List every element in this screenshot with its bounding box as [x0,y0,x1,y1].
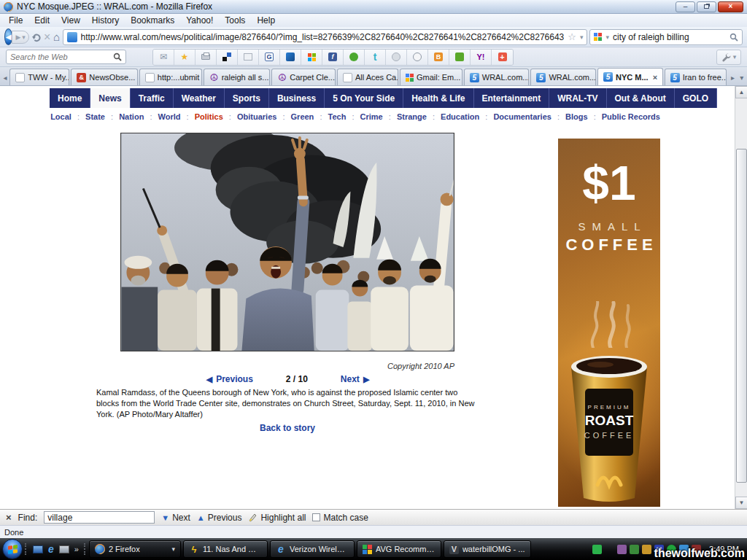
search-bar[interactable]: ▾ [589,29,743,45]
subnav-education[interactable]: Education [427,112,479,121]
technorati-button[interactable] [449,50,471,65]
url-dropdown-icon[interactable]: ▾ [580,34,584,41]
window-titlebar[interactable]: NYC Mosque.JPEG :: WRAL.com - Mozilla Fi… [0,0,747,14]
nav-wraltv[interactable]: WRAL-TV [549,88,606,108]
nav-traffic[interactable]: Traffic [131,88,174,108]
mail-button[interactable]: ✉ [153,50,174,65]
find-previous-button[interactable]: ▲ Previous [197,513,242,523]
taskbar-verizon[interactable]: e Verizon Wireless... [270,540,355,558]
settings-wrench-button[interactable]: ▾ [716,50,741,65]
taskbar-waterbill[interactable]: V waterbillOMG - ... [444,540,531,558]
subnav-tech[interactable]: Tech [314,112,346,121]
tab-scroll-left[interactable]: ◂ [1,69,9,85]
home-button[interactable]: ⌂ [53,29,61,45]
nav-news[interactable]: News [90,88,130,108]
history-dropdown-icon[interactable]: ▾ [22,34,26,41]
favorites-star-button[interactable]: ★ [174,50,196,65]
url-bar[interactable]: http://www.wral.com/news/political/image… [63,29,588,45]
nav-business[interactable]: Business [269,88,325,108]
forward-button[interactable]: ▶ ▾ [12,31,28,44]
match-case-checkbox[interactable] [312,513,320,521]
scroll-down-icon[interactable]: ▼ [735,497,747,509]
web-search-box[interactable] [6,50,126,64]
google-button[interactable]: G [259,50,280,65]
web-search-input[interactable] [10,52,110,61]
menu-view[interactable]: View [55,15,86,26]
bookmark-star-icon[interactable]: ☆ [568,31,576,42]
tab-wral-1[interactable]: 5 WRAL.com... [464,69,530,85]
menu-file[interactable]: File [3,15,28,26]
tab-allaces[interactable]: All Aces Ca... [337,69,398,85]
menu-tools[interactable]: Tools [219,15,251,26]
tab-gmail[interactable]: Gmail: Em... [400,69,462,85]
tab-wral-2[interactable]: 5 WRAL.com... [530,69,596,85]
nav-sports[interactable]: Sports [225,88,269,108]
close-button[interactable]: × [718,1,743,12]
taskbar-winamp[interactable]: ϟ 11. Nas And Da... [183,540,268,558]
stumbleupon-button[interactable] [344,50,365,65]
menu-bookmarks[interactable]: Bookmarks [125,15,180,26]
nav-outabout[interactable]: Out & About [607,88,675,108]
digg-button[interactable] [217,50,238,65]
subnav-state[interactable]: State [71,112,105,121]
tab-nyc-mosque-active[interactable]: 5 NYC M... × [597,68,663,85]
internet-explorer-icon[interactable]: e [48,543,54,555]
ghost-button[interactable] [386,50,407,65]
google-engine-icon[interactable] [594,33,602,41]
subnav-crime[interactable]: Crime [346,112,382,121]
nav-health[interactable]: Health & Life [403,88,473,108]
monkey-button[interactable] [407,50,428,65]
tab-carpet[interactable]: ☮ Carpet Cle... [271,69,336,85]
quicklaunch-overflow-icon[interactable]: » [74,545,79,553]
tray-icon-update[interactable] [630,545,639,554]
subnav-obituaries[interactable]: Obituaries [223,112,277,121]
find-close-icon[interactable]: × [6,512,12,523]
stop-button[interactable]: × [44,29,51,45]
windows-button[interactable] [301,50,322,65]
tab-close-icon[interactable]: × [653,73,657,82]
tab-scroll-right[interactable]: ▸ [728,69,737,85]
next-link[interactable]: Next ▶ [341,374,369,384]
print-button[interactable] [196,50,217,65]
tab-raleigh[interactable]: ☮ raleigh all s... [204,69,271,85]
yahoo-button[interactable]: Y! [471,50,492,65]
subnav-politics[interactable]: Politics [181,112,223,121]
subnav-documentaries[interactable]: Documentaries [479,112,551,121]
scroll-up-icon[interactable]: ▲ [735,86,747,98]
reload-button[interactable] [31,29,42,45]
blogger-button[interactable]: B [428,50,449,65]
tab-list-button[interactable]: ▾ [738,69,746,85]
twitter-button[interactable]: t [365,50,386,65]
subnav-blogs[interactable]: Blogs [551,112,588,121]
previous-link[interactable]: ◀ Previous [206,374,253,384]
tray-icon-purple[interactable] [617,545,627,554]
snapshot-button[interactable] [238,50,259,65]
share-plus-button[interactable]: + [492,50,513,65]
nav-home[interactable]: Home [50,88,90,108]
scrollbar-thumb[interactable] [736,149,747,483]
tray-icon-avg[interactable] [605,545,614,554]
restore-button[interactable] [697,1,716,12]
start-button[interactable] [2,539,23,559]
url-text[interactable]: http://www.wral.com/news/political/image… [81,32,565,42]
subnav-local[interactable]: Local [50,112,71,121]
menu-history[interactable]: History [86,15,125,26]
nav-weather[interactable]: Weather [174,88,225,108]
find-input[interactable] [47,513,151,523]
web-search-icon[interactable] [113,52,122,61]
show-desktop-icon[interactable] [33,545,43,553]
find-next-button[interactable]: ▼ Next [161,513,190,523]
minimize-button[interactable]: – [676,1,695,12]
find-field[interactable] [44,511,155,524]
nav-entertainment[interactable]: Entertainment [474,88,550,108]
engine-dropdown-icon[interactable]: ▾ [605,34,609,41]
mcdonalds-ad[interactable]: $1 SMALL COFFEE [558,139,660,507]
facebook-button[interactable]: f [322,50,344,65]
subnav-strange[interactable]: Strange [383,112,427,121]
tray-icon-gold[interactable] [642,545,651,554]
match-case-control[interactable]: Match case [312,513,368,523]
menu-help[interactable]: Help [251,15,281,26]
msn-button[interactable] [280,50,301,65]
tab-submit[interactable]: http:...ubmit [139,69,202,85]
back-to-story-link[interactable]: Back to story [120,423,454,433]
